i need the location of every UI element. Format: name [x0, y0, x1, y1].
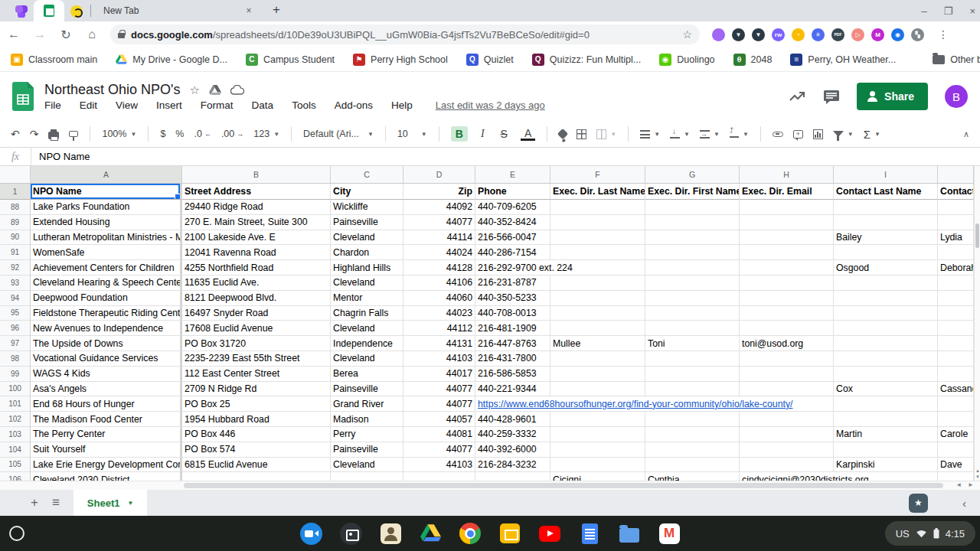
horizontal-align-button[interactable]: ▼	[640, 130, 660, 139]
row-header-98[interactable]: 98	[0, 351, 31, 367]
cell-I99[interactable]	[834, 367, 938, 382]
cell-H105[interactable]	[740, 458, 834, 473]
cell-A94[interactable]: Deepwood Foundation	[31, 291, 182, 306]
column-header-C[interactable]: C	[331, 166, 403, 184]
row-header-93[interactable]: 93	[0, 276, 31, 291]
cell-B104[interactable]: PO Box 574	[182, 442, 331, 458]
cell-D102[interactable]: 44057	[403, 412, 475, 427]
account-avatar[interactable]: B	[945, 85, 968, 108]
cell-H88[interactable]	[740, 200, 834, 215]
row-header-96[interactable]: 96	[0, 321, 31, 336]
row-header-1[interactable]: 1	[0, 184, 31, 200]
blue-shield-icon[interactable]: ◉	[891, 28, 904, 41]
video-call-app-icon[interactable]	[300, 523, 322, 545]
cell-B102[interactable]: 1954 Hubbard Road	[182, 412, 331, 427]
other-bookmarks[interactable]: Other bookmarks	[933, 54, 980, 65]
cell-F89[interactable]	[550, 215, 645, 230]
bold-button[interactable]: B	[451, 126, 468, 142]
cell-H90[interactable]	[740, 230, 834, 246]
cell-E95[interactable]: 440-708-0013	[475, 306, 550, 321]
cell-J96[interactable]	[938, 321, 974, 336]
cell-H98[interactable]	[740, 351, 834, 367]
cell-E105[interactable]: 216-284-3232	[475, 458, 550, 473]
cell-J92[interactable]: Deborah	[938, 260, 974, 276]
scroll-left-icon[interactable]: ◄	[956, 481, 962, 488]
cell-I103[interactable]: Martin	[834, 427, 938, 442]
cell-F91[interactable]	[550, 245, 645, 260]
cell-C97[interactable]: Independence	[331, 336, 403, 351]
cell-E93[interactable]: 216-231-8787	[475, 276, 550, 291]
cell-J101[interactable]	[938, 396, 974, 412]
print-button[interactable]	[48, 129, 59, 139]
blue-flower-icon[interactable]: ✳	[812, 28, 825, 41]
cell-J90[interactable]: Lydia	[938, 230, 974, 246]
row-header-95[interactable]: 95	[0, 306, 31, 321]
cell-G1[interactable]: Exec. Dir. First Name	[645, 184, 740, 200]
cell-G105[interactable]	[645, 458, 740, 473]
last-edit-link[interactable]: Last edit was 2 days ago	[436, 99, 545, 111]
column-header-B[interactable]: B	[182, 166, 331, 184]
font-select[interactable]: Default (Ari...▼	[303, 129, 374, 139]
cell-E102[interactable]: 440-428-9601	[475, 412, 550, 427]
menu-view[interactable]: View	[116, 99, 138, 111]
cell-E99[interactable]: 216-586-5853	[475, 367, 550, 382]
cell-F94[interactable]	[550, 291, 645, 306]
cell-J94[interactable]	[938, 291, 974, 306]
cell-F99[interactable]	[550, 367, 645, 382]
cell-J88[interactable]	[938, 200, 974, 215]
cell-I95[interactable]	[834, 306, 938, 321]
menu-tools[interactable]: Tools	[292, 99, 316, 111]
cell-F100[interactable]	[550, 382, 645, 397]
camera-app-icon[interactable]	[340, 523, 362, 545]
cell-G106[interactable]: Cynthia	[645, 472, 740, 481]
horizontal-scrollbar[interactable]: ◄►	[0, 481, 980, 490]
cell-I92[interactable]: Osgood	[834, 260, 938, 276]
drive-app-icon[interactable]	[420, 523, 442, 545]
cell-B99[interactable]: 112 East Center Street	[182, 367, 331, 382]
cell-B88[interactable]: 29440 Ridge Road	[182, 200, 331, 215]
cell-G94[interactable]	[645, 291, 740, 306]
cell-J104[interactable]	[938, 442, 974, 458]
cell-B92[interactable]: 4255 Northfield Road	[182, 260, 331, 276]
cell-H95[interactable]	[740, 306, 834, 321]
cell-F95[interactable]	[550, 306, 645, 321]
cell-B100[interactable]: 2709 N Ridge Rd	[182, 382, 331, 397]
cell-D100[interactable]: 44077	[403, 382, 475, 397]
cell-C106[interactable]	[331, 472, 403, 481]
cell-G92[interactable]	[645, 260, 740, 276]
cell-G100[interactable]	[645, 382, 740, 397]
undo-button[interactable]: ↶	[11, 128, 20, 140]
back-button[interactable]: ←	[6, 28, 21, 41]
cell-D101[interactable]: 44077	[403, 396, 475, 412]
tab-new-tab[interactable]: New Tab ×	[94, 0, 261, 21]
cell-B91[interactable]: 12041 Ravenna Road	[182, 245, 331, 260]
cell-G93[interactable]	[645, 276, 740, 291]
cell-G98[interactable]	[645, 351, 740, 367]
format-currency-button[interactable]: $	[160, 129, 165, 139]
shield-icon-1[interactable]: ▼	[732, 28, 745, 41]
purple-app-icon[interactable]	[712, 28, 725, 41]
cell-A95[interactable]: Fieldstone Therapeutic Riding Cent	[31, 306, 182, 321]
puzzle-fw-icon[interactable]: rw	[772, 28, 785, 41]
cell-E91[interactable]: 440-286-7154	[475, 245, 550, 260]
row-header-101[interactable]: 101	[0, 396, 31, 412]
cell-F102[interactable]	[550, 412, 645, 427]
cell-I101[interactable]	[834, 396, 938, 412]
cell-C101[interactable]: Grand River	[331, 396, 403, 412]
cell-J103[interactable]: Carole	[938, 427, 974, 442]
cell-H92[interactable]	[740, 260, 834, 276]
cell-E89[interactable]: 440-352-8424	[475, 215, 550, 230]
cell-C92[interactable]: Highland Hills	[331, 260, 403, 276]
cell-H99[interactable]	[740, 367, 834, 382]
cell-C91[interactable]: Chardon	[331, 245, 403, 260]
cell-I100[interactable]: Cox	[834, 382, 938, 397]
cell-H100[interactable]	[740, 382, 834, 397]
cell-D91[interactable]: 44024	[403, 245, 475, 260]
cell-I97[interactable]	[834, 336, 938, 351]
sheet-tab-sheet1[interactable]: Sheet1▼	[74, 490, 148, 516]
column-header-D[interactable]: D	[403, 166, 475, 184]
decrease-decimal-button[interactable]: .0←	[194, 129, 211, 139]
cell-D1[interactable]: Zip	[403, 184, 475, 200]
more-formats-button[interactable]: 123▼	[253, 129, 279, 139]
increase-decimal-button[interactable]: .00→	[221, 129, 243, 139]
